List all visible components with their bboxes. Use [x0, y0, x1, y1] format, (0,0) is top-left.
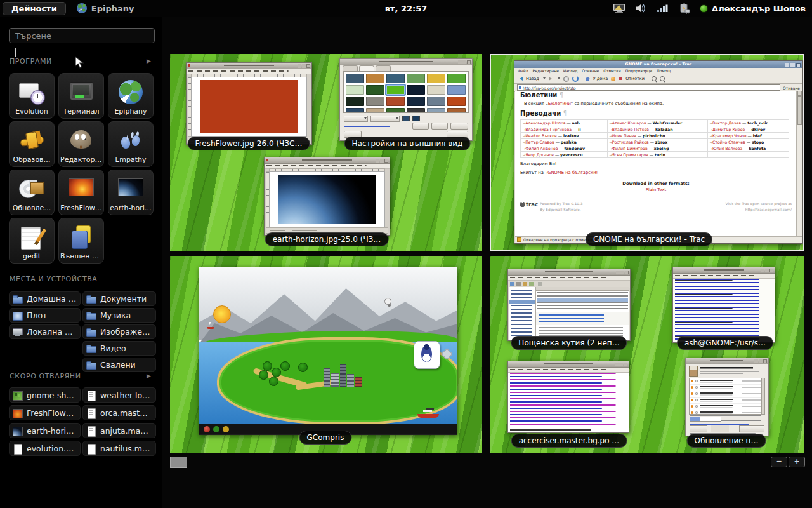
wallpaper-thumb — [427, 85, 445, 95]
place-item[interactable]: Свалени — [82, 358, 156, 372]
window-gimp-earth[interactable] — [264, 157, 390, 236]
place-item[interactable]: Плот — [9, 308, 81, 323]
window-terminal[interactable] — [672, 267, 775, 343]
recent-item[interactable]: evolution.m… — [9, 441, 81, 456]
app-tile[interactable]: Образов… — [9, 121, 55, 167]
place-item[interactable]: Документи — [82, 291, 156, 306]
place-item[interactable]: Музика — [82, 308, 156, 323]
recent-item[interactable]: orca.master.… — [82, 405, 156, 420]
recent-item[interactable]: weather-loc… — [82, 387, 156, 403]
menu-item: Отметки — [603, 69, 620, 73]
app-tile[interactable]: Обновле… — [9, 170, 55, 215]
window-epiphany-trac[interactable]: GNOME на български! - Trac ФайлРедактира… — [514, 60, 803, 244]
color-combo — [370, 116, 400, 122]
recent-label: nautilus.mas… — [100, 444, 152, 453]
app-icon — [68, 79, 95, 105]
translator-cell: →Филип Андонов — fandonov — [521, 145, 608, 152]
window-editor-po[interactable] — [508, 361, 629, 433]
workspace-2-active[interactable]: GNOME на български! - Trac ФайлРедактира… — [490, 54, 804, 251]
network-icon[interactable] — [657, 4, 669, 13]
message-headers — [536, 312, 629, 326]
workspace-1[interactable]: FreshFlower.jpg-26.0 (ЧЗС… Настройки на … — [170, 54, 482, 251]
volume-icon[interactable] — [636, 3, 647, 13]
recent-item[interactable]: anjuta.mast… — [82, 423, 156, 438]
app-tile[interactable]: Empathy — [108, 121, 154, 167]
user-menu[interactable]: Александър Шопов — [700, 4, 806, 13]
text-caret — [15, 48, 16, 57]
message-list — [536, 287, 629, 313]
plain-text-link: Plain Text — [520, 187, 792, 192]
forward-icon — [549, 77, 554, 81]
clock[interactable]: вт, 22:57 — [385, 4, 428, 13]
recent-item[interactable]: FreshFlower… — [9, 405, 81, 420]
app-label: gedit — [23, 252, 41, 263]
activities-button[interactable]: Дейности — [3, 2, 66, 15]
recent-item[interactable]: earth-horizo… — [9, 423, 81, 438]
add-workspace-button[interactable]: + — [789, 457, 805, 467]
search-input[interactable] — [9, 28, 155, 43]
bookmarks-icon — [619, 77, 622, 81]
workspace-4[interactable]: Пощенска кутия (2 неп… ash@GNOME:/usr/s…… — [490, 256, 804, 453]
translator-cell: →Виктор Дачев — tech_noir — [707, 120, 789, 126]
window-appearance[interactable] — [339, 58, 473, 141]
place-item[interactable]: Домашна п… — [9, 291, 81, 306]
go-label: Отиване — [783, 86, 800, 90]
display-icon[interactable] — [613, 3, 625, 13]
window-evolution-mail[interactable] — [508, 269, 631, 341]
download-formats-label: Download in other formats: — [520, 181, 792, 186]
app-tile[interactable]: earth-hori… — [108, 170, 154, 215]
translator-cell: →Явор Доганов — yavorescu — [521, 152, 608, 158]
app-tile[interactable]: Epiphany — [108, 73, 154, 119]
place-label: Локална мр… — [27, 327, 77, 337]
window-gcompris[interactable] — [199, 267, 457, 435]
app-icon — [68, 175, 95, 202]
remove-workspace-button[interactable]: − — [771, 457, 787, 467]
app-tile[interactable]: Външен в… — [58, 218, 104, 264]
get-more-link — [344, 126, 390, 127]
package-row — [690, 378, 763, 385]
app-icon — [18, 175, 45, 202]
recent-item[interactable]: nautilus.mas… — [82, 441, 156, 456]
recent-label: weather-loc… — [100, 391, 152, 400]
translator-cell: →Ростислав Райков — zbrox — [607, 139, 707, 145]
file-thumbnail-icon — [86, 391, 96, 400]
app-tile[interactable]: Evolution — [9, 73, 55, 119]
place-item[interactable]: Изображен… — [82, 324, 156, 339]
app-tile[interactable]: Редактор … — [58, 121, 104, 167]
translator-cell: →Владимира Гиргинова — ii — [521, 126, 608, 133]
app-grid: Evolution Терминал Epiphany Образов… — [9, 73, 154, 264]
app-tile[interactable]: gedit — [9, 218, 55, 264]
zoom-in-icon — [652, 76, 657, 81]
window-gimp-flower[interactable] — [186, 62, 312, 145]
place-item[interactable]: Локална мр… — [9, 324, 81, 339]
programs-expand-icon[interactable]: ▶ — [147, 58, 151, 64]
workspace-3[interactable]: GCompris — [170, 256, 482, 453]
page-footer: trac Powered by Trac 0.10.3 By Edgewall … — [520, 199, 792, 212]
translator-cell: →Красимир Чонов — bfaf — [707, 133, 789, 139]
scrollbar — [796, 91, 802, 237]
home-label: У дома — [593, 76, 608, 81]
battery-icon[interactable] — [679, 3, 690, 14]
workspace-indicator[interactable] — [170, 457, 187, 468]
window-update-manager[interactable] — [685, 358, 769, 436]
place-item[interactable]: Видео — [82, 341, 156, 356]
recent-item[interactable]: gnome-shel… — [9, 387, 81, 403]
wallpaper-thumb — [447, 85, 466, 95]
title-bar — [340, 59, 472, 65]
app-menu[interactable]: Epiphany — [76, 3, 134, 14]
earth-image — [278, 175, 376, 224]
translator-cell — [707, 152, 789, 158]
app-label: Обновле… — [13, 204, 51, 215]
menu-bar — [673, 274, 775, 279]
gnome-shell-overview: Дейности Epiphany вт, 22:57 — [0, 0, 812, 508]
recent-expand-icon[interactable]: ▶ — [147, 373, 151, 379]
file-thumbnail-icon — [86, 444, 96, 453]
app-tile[interactable]: Терминал — [58, 73, 104, 119]
reload-icon — [572, 76, 579, 82]
mouse-cursor — [75, 56, 86, 70]
menu-item: Отиване — [582, 69, 599, 73]
app-label: Терминал — [63, 107, 100, 118]
app-tile[interactable]: FreshFlow… — [58, 170, 104, 215]
title-bar — [265, 157, 390, 164]
translator-cell: →Атанас Кошаров — WebCrusader — [607, 120, 707, 126]
